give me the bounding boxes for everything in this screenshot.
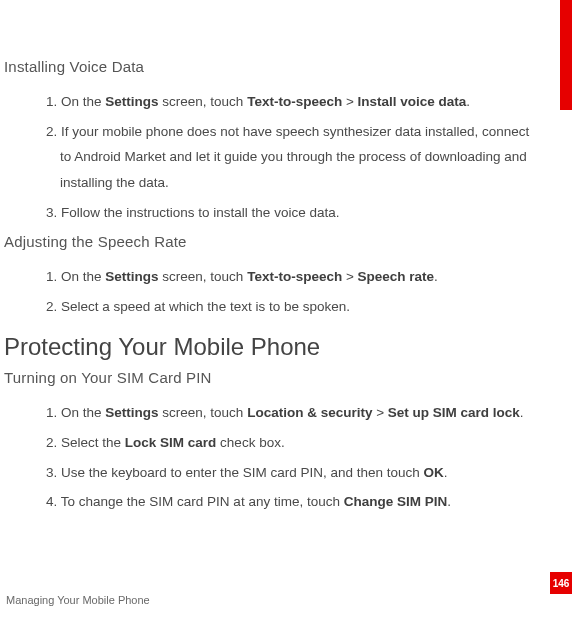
text: Use the keyboard to enter the SIM card P…	[61, 465, 423, 480]
bold-text: Set up SIM card lock	[388, 405, 520, 420]
bold-text: OK	[424, 465, 444, 480]
text: .	[447, 494, 451, 509]
list-number: 1.	[46, 269, 57, 284]
list-number: 3.	[46, 205, 57, 220]
list-number: 2.	[46, 435, 57, 450]
list-item: 3. Follow the instructions to install th…	[46, 200, 542, 226]
text: Select a speed at which the text is to b…	[61, 299, 350, 314]
text: screen, touch	[159, 405, 248, 420]
text: check box.	[216, 435, 284, 450]
bold-text: Change SIM PIN	[344, 494, 448, 509]
heading-sim-card-pin: Turning on Your SIM Card PIN	[4, 369, 542, 386]
top-red-bar	[560, 0, 572, 110]
heading-adjusting-speech-rate: Adjusting the Speech Rate	[4, 233, 542, 250]
text: >	[372, 405, 387, 420]
text: .	[444, 465, 448, 480]
list-adjusting-speech-rate: 1. On the Settings screen, touch Text-to…	[46, 264, 542, 319]
text: .	[520, 405, 524, 420]
text: On the	[61, 269, 105, 284]
list-item: 2. Select the Lock SIM card check box.	[46, 430, 542, 456]
list-item: 1. On the Settings screen, touch Locatio…	[46, 400, 542, 426]
list-item: 4. To change the SIM card PIN at any tim…	[46, 489, 542, 515]
bold-text: Location & security	[247, 405, 372, 420]
text: >	[342, 269, 357, 284]
heading-protecting-phone: Protecting Your Mobile Phone	[4, 333, 542, 361]
list-number: 1.	[46, 405, 57, 420]
list-sim-card-pin: 1. On the Settings screen, touch Locatio…	[46, 400, 542, 515]
list-installing-voice-data: 1. On the Settings screen, touch Text-to…	[46, 89, 542, 225]
list-number: 4.	[46, 494, 57, 509]
text: >	[342, 94, 357, 109]
list-number: 2.	[46, 124, 57, 139]
bold-text: Settings	[105, 269, 158, 284]
text: If your mobile phone does not have speec…	[60, 124, 529, 190]
text: screen, touch	[159, 94, 248, 109]
list-number: 2.	[46, 299, 57, 314]
list-number: 3.	[46, 465, 57, 480]
bold-text: Text-to-speech	[247, 269, 342, 284]
page-number-tab: 146	[550, 572, 572, 594]
text: .	[466, 94, 470, 109]
list-item: 2. Select a speed at which the text is t…	[46, 294, 542, 320]
text: On the	[61, 94, 105, 109]
text: screen, touch	[159, 269, 248, 284]
list-item: 2. If your mobile phone does not have sp…	[46, 119, 542, 196]
text: Select the	[61, 435, 125, 450]
heading-installing-voice-data: Installing Voice Data	[4, 58, 542, 75]
bold-text: Text-to-speech	[247, 94, 342, 109]
list-item: 3. Use the keyboard to enter the SIM car…	[46, 460, 542, 486]
list-number: 1.	[46, 94, 57, 109]
text: .	[434, 269, 438, 284]
text: On the	[61, 405, 105, 420]
bold-text: Lock SIM card	[125, 435, 217, 450]
page-content: Installing Voice Data 1. On the Settings…	[0, 0, 572, 515]
bold-text: Settings	[105, 405, 158, 420]
footer-text: Managing Your Mobile Phone	[6, 594, 150, 606]
text: To change the SIM card PIN at any time, …	[61, 494, 344, 509]
bold-text: Install voice data	[358, 94, 467, 109]
text: Follow the instructions to install the v…	[61, 205, 339, 220]
list-item: 1. On the Settings screen, touch Text-to…	[46, 89, 542, 115]
list-item: 1. On the Settings screen, touch Text-to…	[46, 264, 542, 290]
bold-text: Settings	[105, 94, 158, 109]
bold-text: Speech rate	[358, 269, 435, 284]
